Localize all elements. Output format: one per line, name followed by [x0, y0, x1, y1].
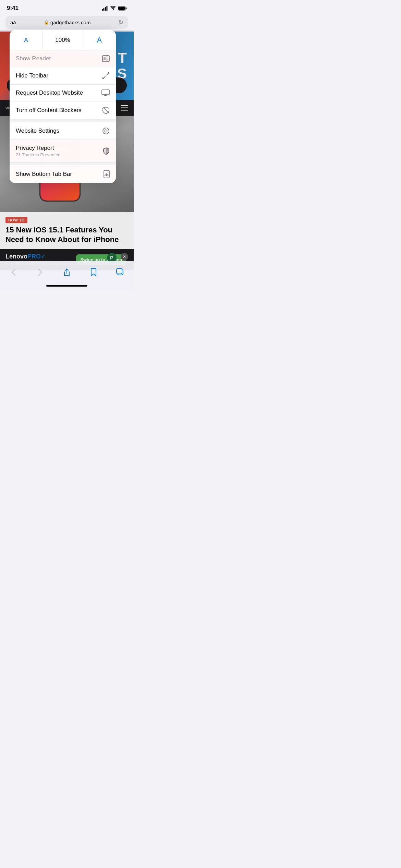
- svg-rect-6: [126, 8, 127, 9]
- privacy-report-icon: [103, 147, 110, 155]
- reload-button[interactable]: ↻: [118, 19, 123, 26]
- status-time: 9:41: [7, 5, 19, 12]
- content-blockers-icon: [102, 106, 110, 114]
- aa-button[interactable]: aA: [10, 20, 16, 25]
- address-text: 🔒 gadgethacks.com: [18, 20, 116, 25]
- website-settings-label: Website Settings: [16, 128, 102, 134]
- svg-point-25: [105, 130, 107, 132]
- hide-toolbar-item[interactable]: Hide Toolbar: [10, 67, 116, 85]
- address-bar[interactable]: aA 🔒 gadgethacks.com ↻: [5, 16, 128, 29]
- signal-icon: [102, 6, 108, 11]
- menu-separator-1: [10, 120, 116, 122]
- lock-icon: 🔒: [44, 20, 49, 25]
- show-bottom-tab-icon: [104, 170, 110, 178]
- show-bottom-tab-label: Show Bottom Tab Bar: [16, 171, 104, 178]
- show-reader-item[interactable]: Show Reader: [10, 50, 116, 67]
- request-desktop-text: Request Desktop Website: [16, 89, 101, 96]
- svg-rect-5: [118, 7, 125, 10]
- home-indicator: [46, 285, 87, 287]
- svg-rect-20: [102, 90, 109, 95]
- font-decrease-button[interactable]: A: [10, 31, 43, 49]
- show-reader-icon: [102, 55, 110, 62]
- svg-rect-3: [107, 6, 108, 11]
- show-bottom-tab-item[interactable]: Show Bottom Tab Bar: [10, 165, 116, 183]
- website-settings-item[interactable]: Website Settings: [10, 122, 116, 140]
- privacy-report-item[interactable]: Privacy Report 21 Trackers Prevented: [10, 140, 116, 162]
- request-desktop-item[interactable]: Request Desktop Website: [10, 85, 116, 101]
- svg-rect-13: [104, 57, 106, 60]
- svg-rect-1: [104, 8, 105, 11]
- hide-toolbar-label: Hide Toolbar: [16, 72, 102, 79]
- svg-rect-0: [102, 9, 103, 11]
- address-bar-container: aA 🔒 gadgethacks.com ↻: [0, 14, 134, 32]
- show-bottom-tab-text: Show Bottom Tab Bar: [16, 171, 104, 178]
- status-icons: [102, 6, 127, 11]
- content-blockers-label: Turn off Content Blockers: [16, 107, 102, 114]
- svg-line-23: [103, 107, 109, 113]
- svg-rect-35: [117, 268, 122, 274]
- menu-separator-2: [10, 162, 116, 165]
- battery-icon: [118, 6, 127, 11]
- show-reader-label: Show Reader: [16, 55, 102, 62]
- show-reader-text: Show Reader: [16, 55, 102, 62]
- hide-toolbar-icon: [102, 72, 110, 80]
- privacy-report-label: Privacy Report: [16, 145, 103, 152]
- domain-label: gadgethacks.com: [50, 20, 91, 25]
- share-button[interactable]: [59, 265, 74, 280]
- website-settings-icon: [102, 127, 110, 135]
- website-settings-text: Website Settings: [16, 128, 102, 134]
- back-button[interactable]: [6, 265, 21, 280]
- content-blockers-item[interactable]: Turn off Content Blockers: [10, 101, 116, 120]
- svg-rect-2: [105, 7, 106, 11]
- status-bar: 9:41: [0, 0, 134, 14]
- dropdown-menu: A 100% A Show Reader Hide Toolbar: [10, 30, 116, 183]
- tabs-button[interactable]: [113, 265, 128, 280]
- font-percent-label: 100%: [43, 31, 83, 49]
- hide-toolbar-text: Hide Toolbar: [16, 72, 102, 79]
- font-size-row: A 100% A: [10, 30, 116, 50]
- wifi-icon: [110, 6, 116, 11]
- content-blockers-text: Turn off Content Blockers: [16, 107, 102, 114]
- request-desktop-label: Request Desktop Website: [16, 89, 101, 96]
- forward-button[interactable]: [33, 265, 48, 280]
- svg-line-18: [103, 76, 105, 79]
- privacy-report-text: Privacy Report 21 Trackers Prevented: [16, 145, 103, 157]
- svg-line-19: [107, 73, 109, 75]
- bookmarks-button[interactable]: [86, 265, 101, 280]
- font-increase-button[interactable]: A: [83, 30, 116, 50]
- privacy-report-sublabel: 21 Trackers Prevented: [16, 152, 103, 157]
- request-desktop-icon: [101, 89, 110, 96]
